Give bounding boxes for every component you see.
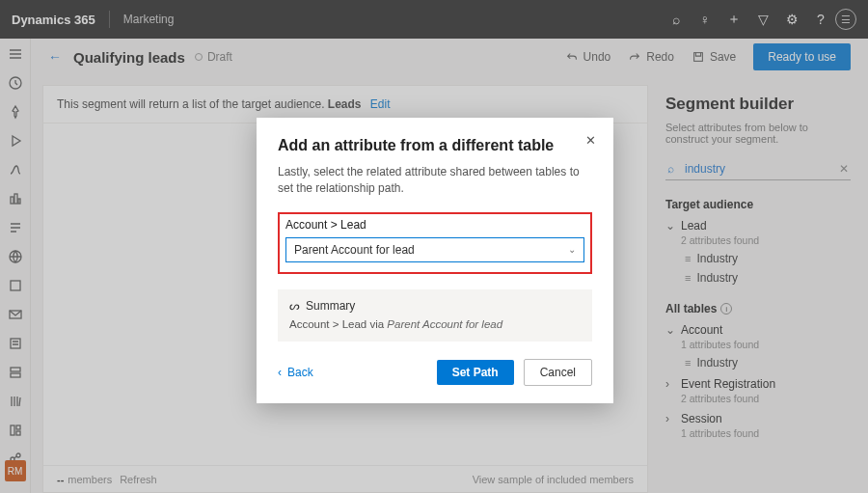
dialog-description: Lastly, select the related attribute sha…	[278, 164, 592, 197]
branch-icon: ᔕ	[289, 299, 300, 313]
add-attribute-dialog: Add an attribute from a different table …	[257, 118, 613, 403]
dialog-buttons: ‹Back Set Path Cancel	[278, 359, 592, 386]
relationship-select[interactable]: Parent Account for lead ⌄	[285, 237, 584, 262]
relationship-value: Parent Account for lead	[294, 243, 415, 257]
chevron-left-icon: ‹	[278, 366, 282, 379]
path-breadcrumb: Account > Lead	[285, 218, 584, 232]
chevron-down-icon: ⌄	[568, 244, 576, 255]
dialog-title: Add an attribute from a different table	[278, 137, 592, 154]
dialog-back-button[interactable]: ‹Back	[278, 366, 313, 379]
dialog-close-icon[interactable]: ✕	[585, 133, 596, 148]
summary-label-row: ᔕSummary	[289, 299, 581, 313]
summary-label: Summary	[306, 299, 355, 313]
summary-path: Account > Lead via Parent Account for le…	[289, 318, 581, 330]
set-path-button[interactable]: Set Path	[437, 360, 514, 385]
summary-box: ᔕSummary Account > Lead via Parent Accou…	[278, 289, 592, 342]
highlighted-path-section: Account > Lead Parent Account for lead ⌄	[278, 212, 592, 274]
cancel-button[interactable]: Cancel	[524, 359, 592, 386]
